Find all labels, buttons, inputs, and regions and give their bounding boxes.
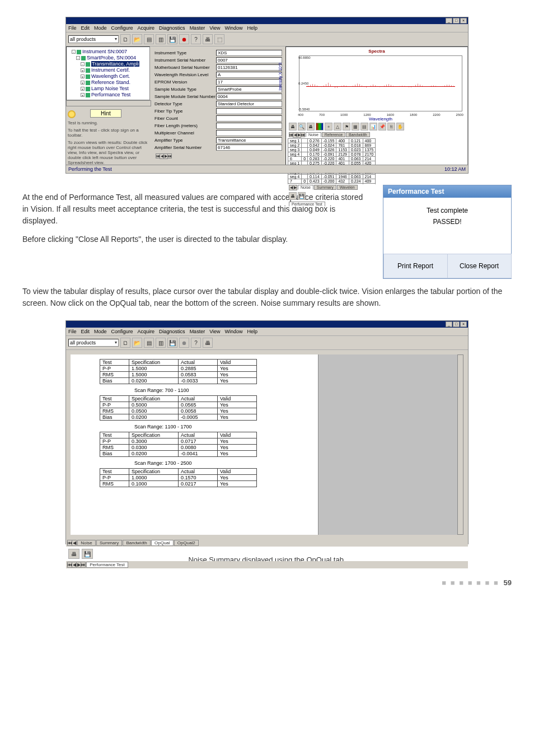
lower-tab-summary[interactable]: Summary [314, 185, 336, 190]
data-cell[interactable]: 214 [363, 157, 376, 161]
menu-file[interactable]: File [68, 25, 77, 31]
menu-view[interactable]: View [209, 25, 220, 31]
data-cell[interactable]: 0.049 [308, 148, 322, 152]
data-cell[interactable] [302, 139, 308, 143]
data-table[interactable]: seg 10.276-0.1554000.121400seg 20.042-0.… [288, 138, 466, 184]
print-report-button[interactable]: Print Report [383, 254, 448, 278]
amplifier-sn-input[interactable]: 67146 [216, 144, 282, 151]
delta-icon[interactable]: △ [334, 123, 341, 130]
minimize-icon[interactable]: _ [446, 18, 452, 24]
ref-icon[interactable]: ▥ [156, 34, 166, 44]
hscroll[interactable] [66, 100, 151, 106]
lower-tab-noise[interactable]: Noise [298, 185, 313, 190]
data-cell[interactable]: 214 [363, 175, 376, 179]
eprom-input[interactable]: 17 [216, 79, 282, 85]
data-cell[interactable]: 0.042 [308, 143, 322, 148]
printer2-icon[interactable]: 🖶 [307, 123, 315, 130]
data-cell[interactable] [302, 148, 308, 152]
menu-acquire[interactable]: Acquire [138, 329, 155, 334]
data-cell[interactable]: 869 [363, 143, 376, 148]
zoom-icon[interactable]: 🔍 [298, 123, 306, 130]
data-cell[interactable]: 0.063 [349, 157, 363, 161]
fiber-length-input[interactable] [216, 123, 282, 129]
data-cell[interactable]: 0.023 [349, 148, 363, 152]
flag-icon[interactable]: ⚑ [343, 123, 350, 130]
data-cell[interactable]: -0.091 [321, 152, 336, 157]
data-cell[interactable]: seg 4 [288, 152, 302, 157]
close-icon[interactable]: × [460, 321, 467, 327]
detector-type-input[interactable]: Standard Detector [216, 101, 282, 107]
data-cell[interactable]: 0.283 [308, 157, 322, 161]
data-cell[interactable]: 0.224 [349, 179, 363, 184]
data-cell[interactable] [302, 175, 308, 179]
menu-window[interactable]: Window [225, 329, 243, 334]
tab-bandwidth[interactable]: Bandwidth [346, 132, 370, 137]
save-icon[interactable]: 💾 [167, 34, 177, 44]
data-cell[interactable]: -0.051 [321, 175, 336, 179]
data-cell[interactable]: 1153 [336, 148, 349, 152]
ref-icon[interactable]: ▥ [156, 338, 166, 348]
data-cell[interactable]: 7 [288, 179, 302, 184]
menu-help[interactable]: Help [247, 329, 258, 334]
data-cell[interactable]: 2170 [363, 152, 376, 157]
data-cell[interactable]: 400 [336, 139, 349, 143]
data-cell[interactable]: -0.200 [321, 184, 336, 185]
vscroll[interactable] [457, 354, 463, 535]
close-report-button[interactable]: Close Report [447, 254, 512, 278]
grid2-icon[interactable]: ▤ [360, 123, 368, 130]
data-cell[interactable]: 0.114 [308, 175, 322, 179]
data-cell[interactable]: 0.224 [349, 184, 363, 185]
tab-opqual2[interactable]: OpQual2 [174, 540, 199, 546]
grid-icon[interactable]: ▦ [352, 123, 359, 130]
print-icon[interactable]: 🖶 [203, 34, 213, 44]
menu-acquire[interactable]: Acquire [138, 25, 155, 31]
data-cell[interactable]: 0.078 [349, 152, 363, 157]
mux-channel-input[interactable] [216, 130, 282, 136]
menu-window[interactable]: Window [225, 25, 243, 31]
data-cell[interactable]: 0.121 [349, 139, 363, 143]
open-icon[interactable]: 📂 [132, 34, 142, 44]
minimize-icon[interactable]: _ [446, 321, 452, 327]
fiber-tip-input[interactable] [216, 108, 282, 114]
stop-icon[interactable]: ⏺ [179, 34, 189, 44]
push-icon[interactable]: 📌 [378, 123, 386, 130]
data-cell[interactable] [302, 152, 308, 157]
product-select-2[interactable]: all products [68, 339, 119, 347]
tab-noise[interactable]: Noise [306, 132, 321, 137]
menu-diagnostics[interactable]: Diagnostics [159, 25, 185, 31]
menu-edit[interactable]: Edit [81, 329, 90, 334]
lower-tab-performance[interactable]: Performance Test [86, 562, 128, 568]
list-icon[interactable]: ▤ [144, 34, 154, 44]
data-cell[interactable]: seg 3 [288, 148, 302, 152]
data-cell[interactable]: 400 [363, 139, 376, 143]
data-cell[interactable]: seg 4 [288, 175, 302, 179]
stop-icon[interactable]: ⏺ [179, 338, 189, 348]
tab-bandwidth[interactable]: Bandwidth [123, 540, 150, 546]
data-cell[interactable]: 0 [302, 179, 308, 184]
data-cell[interactable]: 0.423 [308, 179, 322, 184]
data-cell[interactable]: -0.026 [321, 148, 336, 152]
data-cell[interactable]: 0.063 [349, 175, 363, 179]
menu-mode[interactable]: Mode [94, 329, 107, 334]
results-table[interactable]: TestSpecificationActualValidP-P0.30000.0… [100, 432, 257, 457]
plus-icon[interactable]: + [325, 123, 332, 130]
data-cell[interactable]: 0 [302, 157, 308, 161]
data-cell[interactable]: 0.170 [308, 152, 322, 157]
data-cell[interactable]: -0.024 [321, 143, 336, 148]
pal1-icon[interactable] [316, 123, 324, 130]
tab-nav-last[interactable]: ⏭ [167, 153, 172, 158]
lower-tab-wavelen[interactable]: Wavelen [337, 185, 358, 190]
menu-configure[interactable]: Configure [111, 329, 133, 334]
data-cell[interactable]: 2129 [336, 152, 349, 157]
data-cell[interactable]: 401 [336, 157, 349, 161]
spectra-chart[interactable]: 90.8850 0.2450 -5.5840 [299, 55, 462, 111]
new-icon[interactable]: 🗋 [120, 338, 130, 348]
disk-icon[interactable]: ⬚ [214, 34, 224, 44]
fiber-count-input[interactable] [216, 115, 282, 122]
data-cell[interactable]: 0.276 [308, 139, 322, 143]
menu-edit[interactable]: Edit [81, 25, 90, 31]
data-cell[interactable]: 0.018 [349, 143, 363, 148]
tree-view[interactable]: -Instrument SN:0007 -SmartProbe, SN:0004… [66, 46, 150, 100]
data-cell[interactable]: 432 [336, 179, 349, 184]
data-cell[interactable]: 409 [363, 179, 376, 184]
